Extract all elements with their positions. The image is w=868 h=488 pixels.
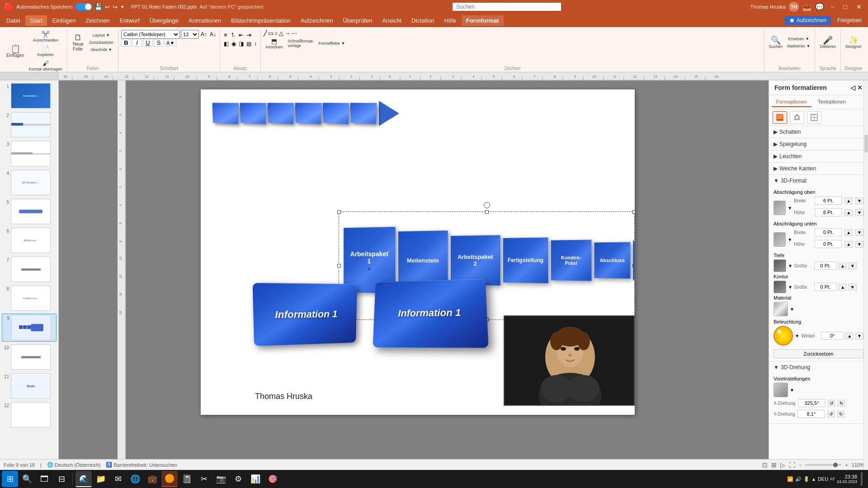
underline-button[interactable]: U xyxy=(143,39,153,47)
ersetzen-button[interactable]: Ersetzen ▼ xyxy=(785,36,812,42)
slide-preview-5[interactable] xyxy=(11,199,51,224)
panel-close-button[interactable]: ✕ xyxy=(857,84,863,91)
slide-thumb-5[interactable]: 5 xyxy=(2,198,57,225)
edge-button[interactable]: 🌊 xyxy=(75,471,92,487)
slide-preview-6[interactable]: Modelle aus... xyxy=(11,228,51,253)
oval-shape[interactable]: ○ xyxy=(274,30,278,37)
slide-preview-9[interactable] xyxy=(11,315,51,340)
suchen-button[interactable]: 🔍 Suchen xyxy=(767,30,785,55)
triangle-shape[interactable]: △ xyxy=(279,30,283,37)
dropdown-arrow-kontur[interactable]: ▼ xyxy=(788,285,793,290)
slide-thumb-8[interactable]: 8 Grafiken mod... xyxy=(2,285,57,312)
kopieren-button[interactable]: 📄 Kopieren xyxy=(27,44,64,58)
hoehe-input[interactable] xyxy=(815,208,842,216)
menu-start[interactable]: Start xyxy=(25,15,47,26)
tiefe-groesse-input[interactable] xyxy=(814,262,837,270)
align-right-button[interactable]: ◨ xyxy=(238,40,245,48)
powerpoint-taskbar-button[interactable]: 🟠 xyxy=(161,471,178,487)
handle-tl[interactable] xyxy=(337,210,341,214)
handle-tr[interactable] xyxy=(632,210,635,214)
dropdown-arrow-material[interactable]: ▼ xyxy=(790,307,794,312)
hoehe-unten-input[interactable] xyxy=(815,240,842,248)
abschraeung-unten-preset[interactable] xyxy=(774,232,786,247)
layout-button[interactable]: Layout ▼ xyxy=(87,32,115,38)
slide-thumb-12[interactable]: 12 xyxy=(2,401,57,428)
anordnen-button[interactable]: ⬒ Anordnen xyxy=(264,37,285,50)
scrollbar-thumb[interactable] xyxy=(864,135,868,153)
menu-hilfe[interactable]: Hilfe xyxy=(440,15,461,26)
handle-ml[interactable] xyxy=(337,264,341,267)
markieren-button[interactable]: Markieren ▼ xyxy=(785,43,812,49)
slide-thumb-1[interactable]: 1 Standardabsc... xyxy=(2,82,57,109)
slide-preview-7[interactable] xyxy=(11,257,51,282)
rect-shape[interactable]: ▭ xyxy=(268,30,274,37)
y-drehung-cw[interactable]: ↻ xyxy=(837,411,844,418)
slide-thumb-3[interactable]: 3 xyxy=(2,140,57,167)
freigeben-button[interactable]: Freigeben xyxy=(833,16,866,25)
effects-icon-btn[interactable] xyxy=(790,111,804,124)
undo-icon[interactable]: ↩ xyxy=(105,4,110,10)
widgets-button[interactable]: ⊟ xyxy=(53,471,70,487)
section-spiegelung-header[interactable]: ▶ Spiegelung xyxy=(769,138,868,150)
format-uebertragen-button[interactable]: 🖌 Format übertragen xyxy=(27,59,64,72)
line-spacing-button[interactable]: ↕ xyxy=(253,40,258,48)
keyboard-layout[interactable]: AT xyxy=(830,477,835,481)
numbered-list-button[interactable]: ⒈ xyxy=(229,30,237,40)
hoehe-unten-down[interactable]: ▼ xyxy=(855,241,863,248)
autosave-toggle[interactable] xyxy=(75,3,92,10)
drehung-preset[interactable] xyxy=(774,383,788,397)
outdent-button[interactable]: ⇤ xyxy=(238,31,245,39)
app9[interactable]: 📊 xyxy=(247,471,264,487)
diktieren-button[interactable]: 🎤 Diktieren xyxy=(818,30,838,55)
menu-formformat[interactable]: Formformat xyxy=(462,15,504,26)
slide-preview-10[interactable] xyxy=(11,344,51,370)
slide-preview-8[interactable]: Grafiken mod... xyxy=(11,286,51,311)
slide-preview-2[interactable] xyxy=(11,112,51,137)
hoehe-down[interactable]: ▼ xyxy=(855,209,863,216)
dropdown-arrow-beleuchtung[interactable]: ▼ xyxy=(795,333,799,338)
kontur-up[interactable]: ▲ xyxy=(839,284,847,291)
slide-thumb-7[interactable]: 7 xyxy=(2,256,57,283)
einfuegen-button[interactable]: 📋 Einfügen xyxy=(5,38,26,64)
slide-preview-4[interactable]: 3D Modelle i... xyxy=(11,170,51,195)
menu-animationen[interactable]: Animationen xyxy=(184,15,226,26)
strikethrough-button[interactable]: S xyxy=(154,39,164,47)
tab-formoptionen[interactable]: Formoptionen xyxy=(772,97,811,107)
slide-thumb-9[interactable]: 9 xyxy=(2,314,57,342)
save-icon[interactable]: 💾 xyxy=(94,3,102,10)
font-color-button[interactable]: A▼ xyxy=(165,40,176,46)
menu-uebergaenge[interactable]: Übergänge xyxy=(145,15,183,26)
bold-button[interactable]: B xyxy=(121,39,131,47)
teams-button[interactable]: 💼 xyxy=(144,471,160,487)
abschnitt-button[interactable]: Abschnitt ▼ xyxy=(87,47,115,53)
menu-einfuegen[interactable]: Einfügen xyxy=(48,15,80,26)
breite-input[interactable] xyxy=(815,197,842,205)
zoom-out-button[interactable]: − xyxy=(799,462,802,468)
formeffekte-button[interactable]: Formeffekte ▼ xyxy=(316,40,347,47)
section-3d-format-header[interactable]: ▼ 3D-Format xyxy=(769,175,868,187)
show-desktop-button[interactable] xyxy=(861,472,863,486)
tab-textoptionen[interactable]: Textoptionen xyxy=(813,97,850,107)
zoom-slider[interactable] xyxy=(805,464,841,466)
menu-bildschirm[interactable]: Bildschirmpräsentation xyxy=(226,15,295,26)
menu-dictation[interactable]: Dictation xyxy=(407,15,439,26)
breite-unten-up[interactable]: ▲ xyxy=(844,229,853,236)
hoehe-up[interactable]: ▲ xyxy=(844,209,853,216)
share-icon[interactable]: 📤 xyxy=(802,3,811,11)
dropdown-arrow-abschraeung-oben[interactable]: ▼ xyxy=(788,206,792,211)
panel-collapse-button[interactable]: ◁ xyxy=(850,84,855,91)
close-button[interactable]: ✕ xyxy=(854,2,864,11)
app10[interactable]: 🎯 xyxy=(264,471,281,487)
language-indicator-task[interactable]: DEU xyxy=(818,476,828,482)
winkel-down[interactable]: ▼ xyxy=(855,333,863,339)
chrome-button[interactable]: 🌐 xyxy=(127,471,143,487)
bullet-list-button[interactable]: ≡ xyxy=(223,31,228,39)
zoom-in-button[interactable]: + xyxy=(845,462,848,468)
presentation-mode-icon[interactable]: ⛶ xyxy=(789,461,795,469)
dropdown-arrow-tiefe[interactable]: ▼ xyxy=(788,263,793,268)
y-drehung-input[interactable] xyxy=(797,410,825,418)
abschraeung-oben-preset[interactable] xyxy=(774,201,786,215)
designer-button[interactable]: ✨ Designer xyxy=(844,30,863,55)
zuruecksetzen-button[interactable]: Zurücksetzen xyxy=(87,39,115,46)
snipping-button[interactable]: ✂ xyxy=(196,471,212,487)
